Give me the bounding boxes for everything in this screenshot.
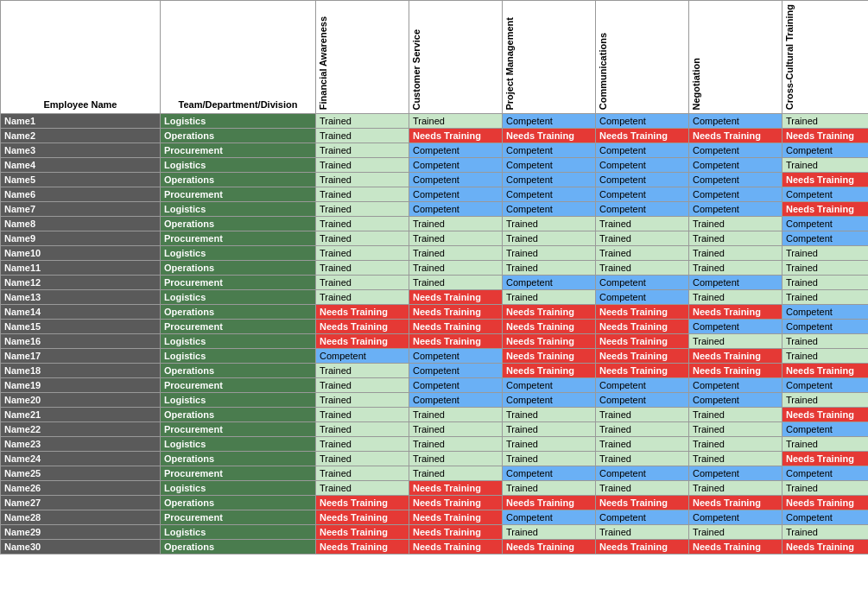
employee-name-cell: Name5 xyxy=(1,173,161,187)
status-cell: Competent xyxy=(782,305,869,320)
employee-name-cell: Name11 xyxy=(1,261,161,276)
status-cell: Needs Training xyxy=(503,129,596,143)
status-cell: Needs Training xyxy=(316,510,409,525)
status-cell: Needs Training xyxy=(503,349,596,364)
status-cell: Competent xyxy=(503,510,596,525)
status-cell: Competent xyxy=(689,158,782,173)
status-cell: Trained xyxy=(782,525,869,540)
status-cell: Trained xyxy=(503,452,596,466)
department-cell: Logistics xyxy=(161,393,316,408)
status-cell: Needs Training xyxy=(316,496,409,510)
status-cell: Needs Training xyxy=(782,452,869,466)
status-cell: Needs Training xyxy=(689,540,782,554)
status-cell: Trained xyxy=(409,452,503,466)
employee-name-cell: Name23 xyxy=(1,437,161,452)
status-cell: Competent xyxy=(503,143,596,158)
status-cell: Competent xyxy=(316,349,409,364)
status-cell: Needs Training xyxy=(409,481,503,496)
employee-name-cell: Name15 xyxy=(1,320,161,334)
employee-name-cell: Name1 xyxy=(1,114,161,129)
status-cell: Competent xyxy=(409,143,503,158)
status-cell: Trained xyxy=(409,422,503,437)
status-cell: Trained xyxy=(689,452,782,466)
employee-name-cell: Name17 xyxy=(1,349,161,364)
employee-name-cell: Name21 xyxy=(1,408,161,422)
status-cell: Needs Training xyxy=(316,525,409,540)
department-cell: Procurement xyxy=(161,143,316,158)
employee-name-cell: Name27 xyxy=(1,496,161,510)
department-cell: Logistics xyxy=(161,158,316,173)
status-cell: Trained xyxy=(689,217,782,231)
status-cell: Trained xyxy=(316,364,409,378)
status-cell: Competent xyxy=(503,173,596,187)
status-cell: Trained xyxy=(409,437,503,452)
department-cell: Operations xyxy=(161,129,316,143)
status-cell: Needs Training xyxy=(689,129,782,143)
status-cell: Trained xyxy=(316,422,409,437)
department-cell: Logistics xyxy=(161,525,316,540)
status-cell: Trained xyxy=(503,422,596,437)
status-cell: Trained xyxy=(316,217,409,231)
dept-header: Team/Department/Division xyxy=(161,1,316,114)
status-cell: Trained xyxy=(316,158,409,173)
table-row: Name10LogisticsTrainedTrainedTrainedTrai… xyxy=(1,246,869,261)
status-cell: Needs Training xyxy=(409,540,503,554)
status-cell: Trained xyxy=(689,334,782,349)
status-cell: Trained xyxy=(596,452,689,466)
status-cell: Competent xyxy=(503,158,596,173)
status-cell: Needs Training xyxy=(689,349,782,364)
status-cell: Trained xyxy=(689,261,782,276)
status-cell: Needs Training xyxy=(782,540,869,554)
financial-awareness-header: Financial Awareness xyxy=(316,1,409,114)
status-cell: Trained xyxy=(316,437,409,452)
employee-name-cell: Name2 xyxy=(1,129,161,143)
status-cell: Trained xyxy=(316,290,409,305)
status-cell: Trained xyxy=(316,129,409,143)
status-cell: Trained xyxy=(316,231,409,246)
status-cell: Trained xyxy=(596,422,689,437)
department-cell: Operations xyxy=(161,305,316,320)
status-cell: Trained xyxy=(596,217,689,231)
table-row: Name18OperationsTrainedCompetentNeeds Tr… xyxy=(1,364,869,378)
status-cell: Competent xyxy=(782,510,869,525)
negotiation-header: Negotiation xyxy=(689,1,782,114)
status-cell: Competent xyxy=(503,187,596,202)
status-cell: Trained xyxy=(782,437,869,452)
status-cell: Competent xyxy=(596,393,689,408)
status-cell: Competent xyxy=(596,276,689,290)
status-cell: Needs Training xyxy=(503,364,596,378)
department-cell: Logistics xyxy=(161,114,316,129)
status-cell: Trained xyxy=(503,246,596,261)
status-cell: Trained xyxy=(503,481,596,496)
status-cell: Competent xyxy=(409,378,503,393)
table-row: Name1LogisticsTrainedTrainedCompetentCom… xyxy=(1,114,869,129)
department-cell: Logistics xyxy=(161,246,316,261)
table-wrapper: Employee Name Team/Department/Division F… xyxy=(0,0,868,554)
status-cell: Competent xyxy=(689,466,782,481)
status-cell: Competent xyxy=(596,143,689,158)
table-row: Name6ProcurementTrainedCompetentCompeten… xyxy=(1,187,869,202)
status-cell: Trained xyxy=(409,261,503,276)
department-cell: Logistics xyxy=(161,349,316,364)
employee-name-cell: Name3 xyxy=(1,143,161,158)
status-cell: Trained xyxy=(596,437,689,452)
department-cell: Logistics xyxy=(161,481,316,496)
table-row: Name4LogisticsTrainedCompetentCompetentC… xyxy=(1,158,869,173)
status-cell: Trained xyxy=(689,525,782,540)
status-cell: Needs Training xyxy=(596,496,689,510)
table-row: Name7LogisticsTrainedCompetentCompetentC… xyxy=(1,202,869,217)
status-cell: Needs Training xyxy=(782,408,869,422)
employee-name-cell: Name14 xyxy=(1,305,161,320)
status-cell: Trained xyxy=(316,481,409,496)
table-row: Name9ProcurementTrainedTrainedTrainedTra… xyxy=(1,231,869,246)
status-cell: Trained xyxy=(409,217,503,231)
department-cell: Logistics xyxy=(161,334,316,349)
customer-service-header: Customer Service xyxy=(409,1,503,114)
employee-name-cell: Name4 xyxy=(1,158,161,173)
status-cell: Trained xyxy=(316,173,409,187)
status-cell: Needs Training xyxy=(503,320,596,334)
status-cell: Trained xyxy=(316,187,409,202)
status-cell: Trained xyxy=(689,246,782,261)
project-management-header: Project Management xyxy=(503,1,596,114)
employee-name-cell: Name26 xyxy=(1,481,161,496)
